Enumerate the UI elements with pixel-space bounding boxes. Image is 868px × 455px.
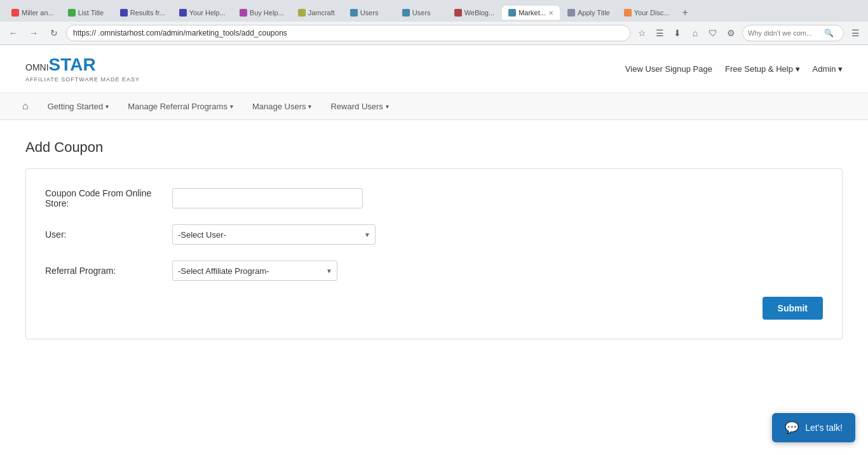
nav-reward-users[interactable]: Reward Users ▾ (321, 94, 398, 119)
nav-home-button[interactable]: ⌂ (13, 93, 38, 119)
search-icon: 🔍 (824, 29, 834, 37)
tab-label-4: Your Help... (189, 9, 226, 17)
nav-reward-users-label: Reward Users (330, 102, 383, 111)
tab-favicon-10 (508, 9, 516, 17)
home-icon[interactable]: ⌂ (688, 25, 703, 41)
tab-2[interactable]: List Title (62, 6, 112, 20)
tab-label-5: Buy Help... (250, 9, 284, 17)
nav-manage-referral-label: Manage Referral Programs (128, 102, 227, 111)
free-setup-help-label: Free Setup & Help (725, 64, 793, 74)
submit-button[interactable]: Submit (763, 297, 823, 320)
tab-label-6: Jamcraft (308, 9, 335, 17)
reload-button[interactable]: ↻ (46, 25, 62, 41)
bookmark-icon[interactable]: ☆ (634, 25, 649, 41)
new-tab-button[interactable]: + (677, 4, 693, 22)
download-icon[interactable]: ⬇ (670, 25, 685, 41)
tab-1[interactable]: Miller an... (5, 6, 60, 20)
tab-5[interactable]: Buy Help... (233, 6, 290, 20)
user-label: User: (45, 229, 172, 240)
tab-3[interactable]: Results fr... (114, 6, 172, 20)
add-coupon-form: Coupon Code From Online Store: User: -Se… (25, 168, 843, 339)
nav-manage-users-chevron: ▾ (308, 103, 311, 110)
free-setup-help-link[interactable]: Free Setup & Help ▾ (725, 64, 800, 74)
logo-star: STAR (49, 55, 96, 75)
referral-program-label: Referral Program: (45, 266, 172, 276)
tab-favicon-6 (298, 9, 306, 17)
tab-9[interactable]: WeBlog... (448, 6, 501, 20)
url-text: https:// .omnistarhost.com/admin/marketi… (73, 29, 287, 37)
coupon-code-input[interactable] (172, 188, 363, 208)
back-button[interactable]: ← (5, 25, 22, 41)
home-nav-icon: ⌂ (22, 100, 29, 111)
tab-favicon-2 (68, 9, 76, 17)
page-title: Add Coupon (25, 139, 843, 156)
main-content: Add Coupon Coupon Code From Online Store… (0, 120, 868, 358)
tab-10[interactable]: Market... ✕ (502, 6, 560, 20)
view-user-signup-link[interactable]: View User Signup Page (625, 64, 712, 74)
tab-favicon-4 (179, 9, 187, 17)
nav-getting-started[interactable]: Getting Started ▾ (38, 94, 118, 119)
reader-icon[interactable]: ☰ (652, 25, 667, 41)
tab-label-10: Market... (519, 9, 546, 17)
logo-omni: OMNI (25, 62, 49, 72)
tab-label-12: Your Disc... (634, 9, 670, 17)
logo[interactable]: OMNISTAR AFFILIATE SOFTWARE MADE EASY (25, 55, 140, 83)
referral-program-select[interactable]: -Select Affiliate Program- (172, 261, 337, 281)
address-bar-row: ← → ↻ https:// .omnistarhost.com/admin/m… (0, 22, 868, 44)
user-row: User: -Select User- ▼ (45, 224, 823, 245)
referral-program-row: Referral Program: -Select Affiliate Prog… (45, 261, 823, 281)
tab-favicon-9 (454, 9, 462, 17)
tab-favicon-3 (120, 9, 128, 17)
shield-icon[interactable]: 🛡 (705, 25, 721, 41)
page-content: OMNISTAR AFFILIATE SOFTWARE MADE EASY Vi… (0, 45, 868, 358)
nav-getting-started-chevron: ▾ (105, 103, 109, 110)
tab-favicon-12 (624, 9, 632, 17)
tab-8[interactable]: Users (396, 6, 447, 20)
nav-manage-users-label: Manage Users (252, 102, 306, 111)
menu-icon[interactable]: ☰ (848, 25, 863, 41)
top-header: OMNISTAR AFFILIATE SOFTWARE MADE EASY Vi… (0, 45, 868, 93)
browser-chrome: Miller an... List Title Results fr... Yo… (0, 0, 868, 45)
tab-label-9: WeBlog... (465, 9, 495, 17)
tab-favicon-5 (240, 9, 247, 17)
tab-favicon-1 (11, 9, 19, 17)
tab-label-3: Results fr... (130, 9, 165, 17)
admin-chevron-icon: ▾ (838, 64, 843, 74)
tab-label-8: Users (412, 9, 431, 17)
toolbar-icons: ☆ ☰ ⬇ ⌂ 🛡 ⚙ (634, 25, 738, 41)
tab-6[interactable]: Jamcraft (292, 6, 342, 20)
free-setup-chevron-icon: ▾ (796, 64, 800, 74)
nav-manage-referral-programs[interactable]: Manage Referral Programs ▾ (118, 94, 243, 119)
coupon-code-row: Coupon Code From Online Store: (45, 188, 823, 208)
form-actions: Submit (45, 297, 823, 320)
tab-7[interactable]: Users (344, 6, 395, 20)
tab-label-7: Users (360, 9, 379, 17)
user-select[interactable]: -Select User- (172, 224, 376, 245)
browser-search-bar[interactable]: 🔍 (742, 25, 844, 41)
nav-getting-started-label: Getting Started (48, 102, 103, 111)
nav-reward-users-chevron: ▾ (386, 103, 389, 110)
header-nav: View User Signup Page Free Setup & Help … (625, 64, 843, 74)
browser-search-input[interactable] (748, 29, 824, 37)
tab-favicon-11 (567, 9, 575, 17)
admin-link[interactable]: Admin ▾ (813, 64, 843, 74)
tab-label-11: Apply Title (578, 9, 610, 17)
tab-11[interactable]: Apply Title (561, 6, 616, 20)
tab-label-2: List Title (78, 9, 104, 17)
admin-label: Admin (813, 64, 836, 74)
extensions-icon[interactable]: ⚙ (723, 25, 738, 41)
logo-tagline: AFFILIATE SOFTWARE MADE EASY (25, 76, 140, 83)
nav-manage-referral-chevron: ▾ (230, 103, 233, 110)
address-bar[interactable]: https:// .omnistarhost.com/admin/marketi… (66, 25, 630, 41)
tab-4[interactable]: Your Help... (173, 6, 232, 20)
tab-close-10[interactable]: ✕ (548, 10, 553, 17)
forward-button[interactable]: → (25, 25, 42, 41)
coupon-code-label: Coupon Code From Online Store: (45, 188, 172, 208)
tab-favicon-7 (350, 9, 358, 17)
tab-label-1: Miller an... (22, 9, 54, 17)
tab-bar: Miller an... List Title Results fr... Yo… (0, 0, 868, 22)
nav-manage-users[interactable]: Manage Users ▾ (243, 94, 322, 119)
tab-favicon-8 (402, 9, 410, 17)
referral-program-select-wrapper: -Select Affiliate Program- ▼ (172, 261, 337, 281)
tab-12[interactable]: Your Disc... (618, 6, 676, 20)
